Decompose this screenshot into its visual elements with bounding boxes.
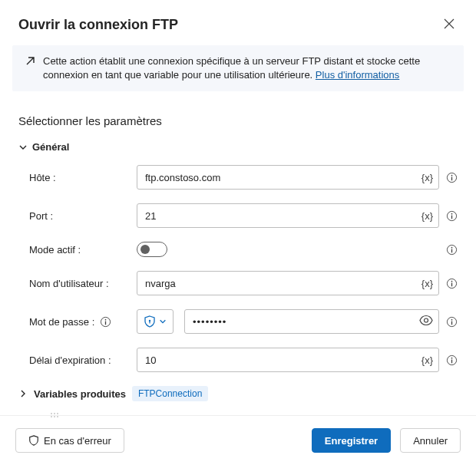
dialog-header: Ouvrir la connexion FTP [0, 0, 476, 45]
svg-rect-2 [451, 176, 451, 180]
produced-variables-expander[interactable]: Variables produites FTPConnection [18, 386, 458, 401]
username-input[interactable] [137, 271, 439, 295]
svg-rect-20 [451, 321, 451, 325]
password-type-selector[interactable] [137, 309, 174, 334]
cancel-button[interactable]: Annuler [400, 428, 461, 453]
params-section-title: Sélectionner les paramètres [18, 114, 458, 127]
chevron-down-icon [159, 318, 167, 325]
dialog-body: Sélectionner les paramètres Général Hôte… [0, 99, 476, 415]
info-icon[interactable] [445, 243, 458, 256]
svg-point-27 [51, 416, 52, 417]
close-button[interactable] [441, 15, 458, 35]
row-active-mode: Mode actif : [18, 242, 458, 257]
row-host: Hôte : {x} [18, 165, 458, 190]
produced-label: Variables produites [34, 388, 126, 400]
svg-point-15 [149, 320, 150, 322]
active-mode-toggle[interactable] [137, 242, 167, 257]
port-input[interactable] [137, 203, 439, 228]
dialog: Ouvrir la connexion FTP Cette action éta… [0, 0, 476, 465]
svg-point-13 [104, 319, 106, 321]
svg-point-25 [54, 413, 55, 414]
save-button[interactable]: Enregistrer [312, 428, 391, 453]
dialog-footer: En cas d'erreur Enregistrer Annuler [0, 415, 476, 465]
general-expander[interactable]: Général [18, 141, 458, 153]
info-icon[interactable] [99, 315, 111, 328]
info-link[interactable]: Plus d'informations [316, 69, 399, 81]
on-error-button[interactable]: En cas d'erreur [15, 428, 124, 453]
timeout-input[interactable] [137, 348, 439, 372]
password-input[interactable] [184, 309, 439, 334]
info-banner: Cette action établit une connexion spéci… [12, 45, 464, 91]
svg-point-1 [451, 175, 452, 176]
svg-point-26 [57, 413, 58, 414]
dialog-title: Ouvrir la connexion FTP [18, 17, 178, 33]
svg-point-7 [451, 247, 452, 249]
row-timeout: Délai d'expiration : {x} [18, 348, 458, 372]
resize-grip-icon[interactable] [50, 409, 59, 420]
info-icon[interactable] [445, 171, 458, 183]
on-error-label: En cas d'erreur [44, 435, 111, 447]
row-username: Nom d'utilisateur : {x} [18, 271, 458, 295]
eye-icon [419, 314, 433, 328]
svg-point-28 [54, 416, 55, 417]
info-icon[interactable] [445, 277, 458, 289]
svg-rect-8 [451, 249, 451, 252]
svg-rect-23 [451, 359, 451, 363]
row-port: Port : {x} [18, 203, 458, 228]
label-active-mode: Mode actif : [29, 244, 137, 256]
close-icon [444, 18, 455, 29]
svg-rect-11 [451, 282, 451, 286]
row-password: Mot de passe : [18, 309, 458, 334]
reveal-password-button[interactable] [419, 314, 433, 330]
host-input[interactable] [137, 165, 439, 190]
svg-point-10 [451, 281, 452, 282]
label-username: Nom d'utilisateur : [29, 278, 137, 289]
svg-point-24 [51, 413, 52, 414]
info-text: Cette action établit une connexion spéci… [43, 54, 453, 82]
general-header-label: Général [32, 141, 69, 153]
svg-rect-5 [451, 215, 451, 219]
toggle-knob [140, 245, 150, 254]
info-icon[interactable] [445, 315, 458, 328]
svg-rect-16 [149, 322, 150, 324]
info-icon[interactable] [445, 354, 458, 366]
label-host: Hôte : [29, 172, 137, 183]
svg-point-29 [57, 416, 58, 417]
svg-point-22 [451, 358, 452, 359]
label-password: Mot de passe : [29, 315, 137, 328]
svg-point-4 [451, 213, 452, 215]
svg-point-19 [451, 319, 452, 321]
produced-value[interactable]: FTPConnection [132, 386, 208, 401]
svg-rect-14 [105, 321, 106, 325]
chevron-down-icon [18, 143, 28, 152]
shield-outline-icon [28, 435, 39, 446]
chevron-right-icon [18, 389, 28, 398]
svg-point-17 [425, 318, 428, 322]
open-new-icon [23, 56, 35, 82]
info-icon[interactable] [445, 209, 458, 222]
label-timeout: Délai d'expiration : [29, 355, 137, 366]
shield-icon [144, 315, 156, 328]
label-port: Port : [29, 210, 137, 222]
